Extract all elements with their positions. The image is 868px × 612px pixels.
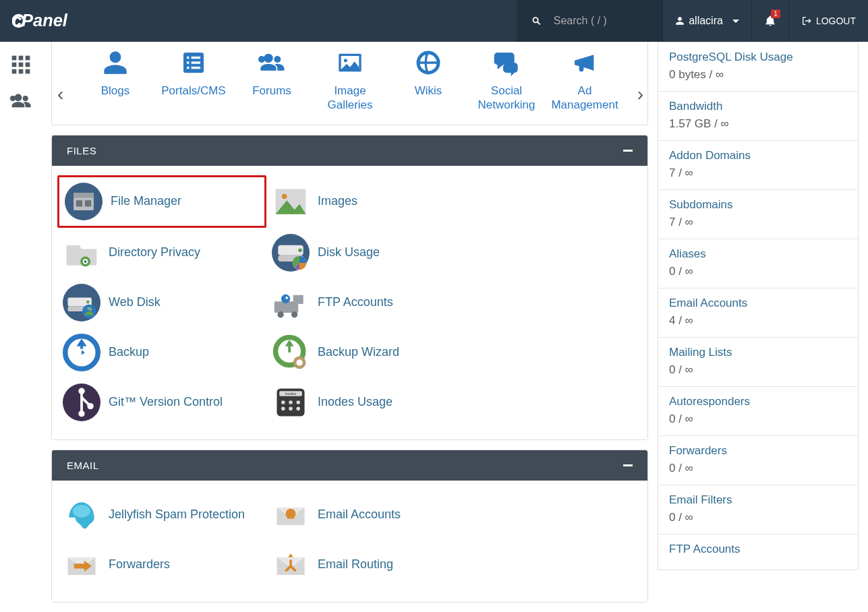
inodes-icon bbox=[270, 382, 311, 423]
stat-value: 0 / ∞ bbox=[669, 511, 847, 524]
carousel-item-label: Blogs bbox=[76, 84, 154, 98]
tool-item[interactable]: Web Disk bbox=[57, 278, 266, 328]
disk-usage-icon bbox=[270, 233, 311, 273]
files-panel: FILES File ManagerImagesDirectory Privac… bbox=[51, 135, 648, 440]
logout-button[interactable]: LOGOUT bbox=[788, 0, 868, 42]
logo[interactable]: cPanel bbox=[0, 0, 110, 42]
stat-row: Aliases0 / ∞ bbox=[658, 239, 858, 288]
carousel-prev[interactable]: ‹ bbox=[57, 84, 63, 105]
search-input[interactable] bbox=[554, 15, 647, 27]
backup-wizard-icon bbox=[270, 332, 311, 373]
stat-value: 0 bytes / ∞ bbox=[669, 68, 847, 82]
stat-value: 7 / ∞ bbox=[669, 216, 847, 229]
tool-label: Inodes Usage bbox=[318, 395, 393, 409]
carousel-item-icon bbox=[154, 47, 233, 78]
logout-icon bbox=[801, 16, 812, 26]
tool-item[interactable]: Forwarders bbox=[57, 540, 266, 590]
tool-label: Backup bbox=[109, 345, 149, 359]
users-icon[interactable] bbox=[10, 90, 32, 112]
carousel-item[interactable]: Caler bbox=[624, 47, 648, 113]
stat-title[interactable]: Email Filters bbox=[669, 493, 847, 507]
tool-item[interactable]: Directory Privacy bbox=[57, 228, 266, 278]
stat-row: FTP Accounts bbox=[658, 534, 858, 570]
carousel-item[interactable]: Blogs bbox=[76, 47, 154, 113]
tool-label: File Manager bbox=[111, 194, 181, 208]
stat-row: Forwarders0 / ∞ bbox=[658, 435, 858, 485]
collapse-icon[interactable] bbox=[623, 464, 633, 466]
tool-label: Email Accounts bbox=[318, 508, 401, 522]
stats-sidebar: PostgreSQL Disk Usage0 bytes / ∞Bandwidt… bbox=[658, 42, 859, 570]
stat-value: 0 / ∞ bbox=[669, 363, 847, 377]
carousel-next[interactable]: › bbox=[637, 84, 643, 105]
stat-value: 4 / ∞ bbox=[669, 314, 847, 328]
tool-item[interactable]: Email Accounts bbox=[266, 490, 475, 540]
search-box[interactable] bbox=[517, 0, 662, 42]
tool-item[interactable]: Backup Wizard bbox=[266, 328, 475, 377]
stat-row: Subdomains7 / ∞ bbox=[658, 189, 858, 239]
tool-item[interactable]: Backup bbox=[57, 328, 266, 377]
caret-down-icon bbox=[732, 20, 739, 23]
stat-row: Email Accounts4 / ∞ bbox=[658, 288, 858, 337]
stat-title[interactable]: Email Accounts bbox=[669, 297, 847, 310]
apps-grid-icon[interactable] bbox=[10, 54, 32, 75]
tool-label: Forwarders bbox=[109, 557, 170, 572]
stat-title[interactable]: PostgreSQL Disk Usage bbox=[669, 51, 847, 64]
cpanel-logo-icon: cPanel bbox=[12, 10, 98, 32]
stat-value: 1.57 GB / ∞ bbox=[669, 117, 847, 131]
stat-title[interactable]: Addon Domains bbox=[669, 149, 847, 162]
softaculous-carousel: ‹ BlogsPortals/CMSForumsImage GalleriesW… bbox=[51, 42, 648, 125]
notif-badge: 1 bbox=[771, 9, 780, 18]
tool-label: Email Routing bbox=[318, 557, 393, 572]
tool-item[interactable]: FTP Accounts bbox=[266, 278, 475, 328]
tool-item[interactable]: Inodes Usage bbox=[266, 377, 475, 427]
stat-title[interactable]: Aliases bbox=[669, 247, 847, 261]
tool-item[interactable]: Images bbox=[266, 175, 475, 228]
stat-row: Bandwidth1.57 GB / ∞ bbox=[658, 91, 858, 140]
user-icon bbox=[675, 16, 685, 26]
tool-item[interactable]: Email Routing bbox=[266, 540, 475, 590]
carousel-item[interactable]: Social Networking bbox=[467, 47, 546, 113]
tool-item[interactable]: File Manager bbox=[57, 175, 266, 228]
tool-label: Directory Privacy bbox=[109, 245, 200, 259]
username-label: allacira bbox=[689, 15, 723, 27]
stat-title[interactable]: Bandwidth bbox=[669, 100, 847, 113]
collapse-icon[interactable] bbox=[623, 150, 633, 152]
stat-title[interactable]: Forwarders bbox=[669, 444, 847, 458]
carousel-item[interactable]: Forums bbox=[233, 47, 311, 113]
email-panel-title: EMAIL bbox=[67, 460, 99, 471]
stat-title[interactable]: Subdomains bbox=[669, 198, 847, 212]
user-menu[interactable]: allacira bbox=[662, 0, 751, 42]
carousel-item-icon bbox=[546, 47, 624, 78]
left-rail bbox=[0, 42, 42, 112]
stat-value: 0 / ∞ bbox=[669, 462, 847, 475]
tool-item[interactable]: Jellyfish Spam Protection bbox=[57, 490, 266, 540]
stat-title[interactable]: Autoresponders bbox=[669, 395, 847, 408]
stat-title[interactable]: FTP Accounts bbox=[669, 543, 847, 556]
carousel-item-label: Wikis bbox=[389, 84, 467, 98]
tool-item[interactable]: Git™ Version Control bbox=[57, 377, 266, 427]
carousel-item[interactable]: Portals/CMS bbox=[154, 47, 233, 113]
git-icon bbox=[61, 382, 102, 423]
tool-label: Web Disk bbox=[109, 295, 161, 309]
email-routing-icon bbox=[270, 545, 311, 585]
stat-title[interactable]: Mailing Lists bbox=[669, 346, 847, 359]
web-disk-icon bbox=[61, 282, 102, 323]
forwarders-icon bbox=[61, 545, 102, 585]
tool-label: Backup Wizard bbox=[318, 345, 399, 359]
carousel-item[interactable]: Wikis bbox=[389, 47, 467, 113]
carousel-item-label: Portals/CMS bbox=[154, 84, 233, 98]
carousel-item-icon bbox=[624, 47, 648, 78]
images-icon bbox=[270, 181, 311, 222]
files-panel-head[interactable]: FILES bbox=[52, 135, 647, 166]
stat-row: Mailing Lists0 / ∞ bbox=[658, 337, 858, 386]
carousel-item[interactable]: Image Galleries bbox=[311, 47, 389, 113]
carousel-item-icon bbox=[467, 47, 546, 78]
carousel-item[interactable]: Ad Management bbox=[546, 47, 624, 113]
search-icon bbox=[531, 15, 542, 27]
tool-item[interactable]: Disk Usage bbox=[266, 228, 475, 278]
email-panel-head[interactable]: EMAIL bbox=[52, 450, 647, 481]
carousel-item-label: Ad Management bbox=[546, 84, 624, 113]
notifications-button[interactable]: 1 bbox=[751, 0, 788, 42]
ftp-icon bbox=[270, 282, 311, 323]
backup-icon bbox=[61, 332, 102, 373]
